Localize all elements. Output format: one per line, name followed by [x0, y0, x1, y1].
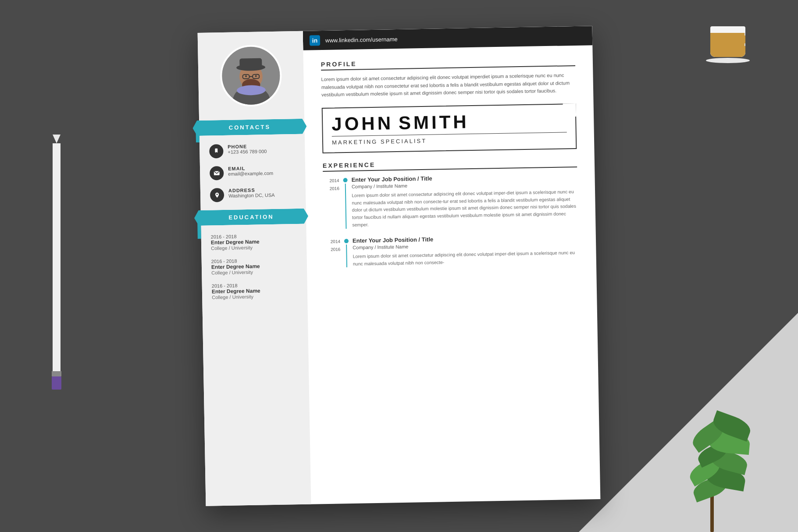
name-last: SMITH — [399, 113, 469, 132]
email-text: EMAIL email@example.com — [228, 165, 273, 177]
exp-timeline-2 — [344, 238, 353, 268]
edu-school-3: College / University — [212, 293, 298, 300]
profile-section: PROFILE Lorem ipsum dolor sit amet conse… — [321, 57, 576, 99]
profile-photo — [220, 45, 282, 107]
linkedin-logo: in — [310, 35, 320, 46]
edu-item-3: 2016 - 2018 Enter Degree Name College / … — [207, 282, 303, 300]
name-section: JOHN SMITH MARKETING SPECIALIST — [322, 103, 577, 153]
education-header: EDUCATION — [194, 209, 309, 226]
resume-card: CONTACTS PHONE +123 456 789 000 EMAIL em… — [198, 26, 601, 506]
main-content: in www.linkedin.com/username PROFILE Lor… — [303, 26, 601, 504]
profile-text: Lorem ipsum dolor sit amet consectetur a… — [321, 71, 576, 99]
exp-details-1: Enter Your Job Position / Title Company … — [351, 173, 578, 229]
exp-line-2 — [346, 245, 347, 268]
address-value: Washington DC, USA — [228, 192, 275, 199]
profile-title: PROFILE — [321, 57, 575, 71]
exp-dot-1 — [343, 178, 347, 182]
exp-item-1: 2014 2016 Enter Your Job Position / Titl… — [323, 173, 578, 229]
exp-desc-2: Lorem ipsum dolor sit amet consectetur a… — [353, 249, 579, 268]
edu-school-2: College / University — [211, 269, 297, 275]
exp-dot-2 — [344, 239, 349, 243]
phone-text: PHONE +123 456 789 000 — [228, 143, 267, 155]
edu-item-2: 2016 - 2018 Enter Degree Name College / … — [207, 257, 302, 276]
pencil-decoration — [53, 135, 61, 397]
svg-rect-5 — [239, 58, 262, 69]
linkedin-url: www.linkedin.com/username — [325, 35, 398, 43]
email-value: email@example.com — [228, 170, 273, 177]
coffee-decoration — [710, 26, 745, 63]
svg-rect-13 — [215, 149, 217, 153]
phone-icon — [209, 144, 224, 159]
contact-email: EMAIL email@example.com — [205, 165, 300, 181]
phone-value: +123 456 789 000 — [228, 149, 267, 155]
contacts-header: CONTACTS — [192, 119, 307, 136]
contact-phone: PHONE +123 456 789 000 — [205, 143, 300, 159]
exp-desc-1: Lorem ipsum dolor sit amet consectetur a… — [352, 188, 578, 229]
exp-years-2: 2014 2016 — [324, 238, 344, 268]
edu-item-1: 2016 - 2018 Enter Degree Name College / … — [207, 233, 302, 251]
sidebar: CONTACTS PHONE +123 456 789 000 EMAIL em… — [198, 31, 311, 506]
email-icon — [210, 166, 224, 181]
exp-line-1 — [345, 184, 347, 229]
job-title: MARKETING SPECIALIST — [332, 135, 567, 145]
plant-decoration — [675, 401, 763, 532]
experience-title: EXPERIENCE — [323, 158, 577, 172]
name-first: JOHN — [331, 114, 393, 133]
exp-timeline-1 — [342, 177, 352, 229]
exp-years-1: 2014 2016 — [323, 177, 343, 229]
experience-section: EXPERIENCE 2014 2016 Enter Your Job Posi… — [323, 158, 579, 268]
address-text: ADDRESS Washington DC, USA — [228, 187, 275, 199]
address-icon — [210, 188, 224, 202]
svg-rect-14 — [216, 152, 217, 153]
exp-details-2: Enter Your Job Position / Title Company … — [353, 234, 579, 268]
edu-school-1: College / University — [211, 244, 297, 251]
contact-address: ADDRESS Washington DC, USA — [206, 187, 301, 202]
exp-item-2: 2014 2016 Enter Your Job Position / Titl… — [324, 234, 579, 268]
